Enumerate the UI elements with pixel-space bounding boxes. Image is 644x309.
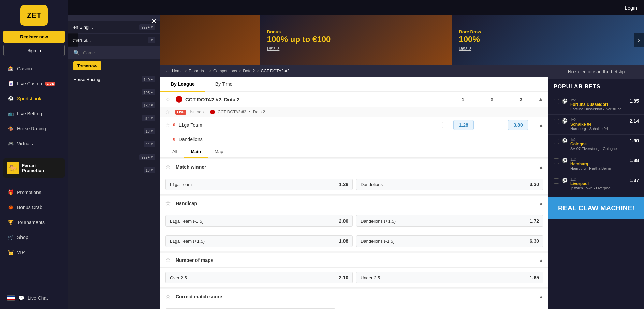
breadcrumb-competitions[interactable]: Competitions — [213, 69, 237, 73]
banner-details-2[interactable]: Details — [267, 46, 331, 51]
chat-icon[interactable] — [442, 122, 448, 128]
sidebar-item-live-casino[interactable]: 🃏 Live Casino LIVE — [0, 76, 68, 91]
collapse-icon-0[interactable]: ▲ — [539, 164, 543, 170]
star-icon-market-2[interactable]: ☆ — [165, 257, 170, 263]
bet-label-team1-0: L1ga Team — [170, 182, 192, 187]
star-icon-market-1[interactable]: ☆ — [165, 200, 170, 207]
star-icon-team1[interactable]: ☆ — [165, 122, 170, 128]
star-icon-market-0[interactable]: ☆ — [165, 164, 170, 170]
sub-tab-bar: All Main Map — [160, 145, 548, 158]
star-icon-market[interactable]: ☆ — [165, 96, 170, 103]
bet-team-2[interactable]: Cologne — [570, 142, 627, 146]
bet-match-4: Ipswich Town - Liverpool — [570, 186, 627, 190]
bet-team-4[interactable]: Liverpool — [570, 181, 627, 186]
left-panel-item-2[interactable]: 182 ▾ — [68, 99, 160, 112]
chevron-icon-4: ▾ — [151, 129, 153, 134]
sidebar-label-live-chat: Live Chat — [28, 295, 48, 301]
sidebar-item-live-betting[interactable]: 📺 Live Betting — [0, 106, 68, 121]
left-panel-item-0[interactable]: Horse Racing 140 ▾ — [68, 73, 160, 86]
breadcrumb-dota2[interactable]: Dota 2 — [243, 69, 255, 73]
bet-item-team2-0[interactable]: Dandelions 3.30 — [356, 179, 543, 190]
bet-item-maps-1[interactable]: Over 2.5 2.10 — [165, 272, 353, 283]
bet-team-0[interactable]: Fortuna Düsseldorf — [570, 102, 627, 107]
bet-item-handicap-team1-1[interactable]: L1ga Team (+1.5) 1.08 — [165, 235, 353, 247]
tab-by-league[interactable]: By League — [160, 77, 205, 92]
col-header-x: X — [480, 97, 504, 102]
virtuals-icon: 🎮 — [8, 141, 14, 146]
collapse-icon-2[interactable]: ▲ — [539, 257, 543, 263]
bet-odd-4: 1.37 — [630, 178, 639, 183]
bet-odd-0: 1.85 — [630, 98, 639, 104]
banner-details-3[interactable]: Details — [459, 46, 481, 51]
count-badge-6: 999+ ▾ — [139, 154, 155, 160]
collapse-icon-3[interactable]: ▲ — [539, 294, 543, 299]
collapse-icon[interactable]: ▲ — [538, 96, 543, 102]
bet-market-header-0[interactable]: ☆ Match winner ▲ — [160, 159, 548, 174]
chevron-up-icon[interactable]: ▲ — [539, 122, 543, 128]
top-bar: Login — [68, 0, 644, 15]
login-button[interactable]: Login — [625, 5, 637, 11]
bet-checkbox-3[interactable] — [554, 158, 559, 164]
star-icon-market-3[interactable]: ☆ — [165, 293, 170, 300]
sidebar-item-shop[interactable]: 🛒 Shop — [0, 230, 68, 245]
banner-prev-button[interactable]: ‹ — [68, 33, 78, 47]
ferrari-promo[interactable]: 🐎 FerrariPromotion — [3, 158, 65, 178]
tournaments-icon: 🏆 — [8, 220, 14, 225]
bet-team-1[interactable]: Schalke 04 — [570, 122, 627, 127]
bet-odd-3: 1.88 — [630, 158, 639, 163]
left-panel-item-6[interactable]: 999+ ▾ — [68, 151, 160, 164]
bet-odds-handicap-t1-0: 2.00 — [339, 218, 348, 224]
banner-next-button[interactable]: › — [634, 33, 644, 47]
sidebar-item-casino[interactable]: 🎰 Casino — [0, 61, 68, 76]
sidebar-item-bonus-crab[interactable]: 🦀 Bonus Crab — [0, 200, 68, 215]
live-chat-icon: 💬 — [18, 295, 24, 301]
sidebar-item-live-chat[interactable]: 💬 Live Chat — [0, 291, 68, 306]
bet-item-team1-0[interactable]: L1ga Team 1.28 — [165, 179, 353, 190]
sub-tab-main[interactable]: Main — [184, 145, 208, 158]
sidebar-item-vip[interactable]: 👑 VIP — [0, 245, 68, 260]
left-panel-item-5[interactable]: 44 ▾ — [68, 138, 160, 151]
team1-odds-btn[interactable]: 1.28 — [453, 120, 474, 130]
sub-tab-all[interactable]: All — [165, 145, 184, 158]
bet-checkbox-4[interactable] — [554, 178, 559, 184]
bet-info-3: 1x2 Hamburg Hamburg - Hertha Berlin — [570, 158, 627, 170]
sidebar-item-virtuals[interactable]: 🎮 Virtuals — [0, 136, 68, 151]
back-button[interactable]: ← — [165, 68, 170, 74]
collapse-icon-1[interactable]: ▲ — [539, 201, 543, 206]
bet-checkbox-0[interactable] — [554, 99, 559, 104]
bet-market-header-3[interactable]: ☆ Correct match score ▲ — [160, 289, 548, 304]
left-panel-item-1[interactable]: 195 ▾ — [68, 86, 160, 99]
left-panel-item-7[interactable]: 18 ▾ — [68, 164, 160, 177]
banner-slide-3: Bore Draw 100% Details — [452, 15, 644, 65]
bet-item-handicap-team2-0[interactable]: Dandelions (+1.5) 1.72 — [356, 215, 543, 227]
breadcrumb-esports[interactable]: E-sports + — [189, 69, 207, 73]
sub-tab-map[interactable]: Map — [208, 145, 230, 158]
sidebar-item-sportsbook[interactable]: ⚽ Sportsbook — [0, 91, 68, 106]
sidebar-item-horse-racing[interactable]: 🏇 Horse Racing — [0, 121, 68, 136]
bet-item-handicap-team2-1[interactable]: Dandelions (-1.5) 6.30 — [356, 235, 543, 247]
sidebar-item-tournaments[interactable]: 🏆 Tournaments — [0, 215, 68, 230]
star-icon-match[interactable]: ☆ — [165, 109, 170, 115]
register-button[interactable]: Register now — [3, 31, 65, 43]
bet-item-maps-2[interactable]: Under 2.5 1.65 — [356, 272, 543, 283]
bet-item-handicap-team1-0[interactable]: L1ga Team (-1.5) 2.00 — [165, 215, 353, 227]
tomorrow-button[interactable]: Tomorrow — [73, 65, 101, 70]
bet-checkbox-1[interactable] — [554, 119, 559, 124]
bet-row-0-0: L1ga Team 1.28 Dandelions 3.30 — [160, 174, 548, 195]
signin-button[interactable]: Sign in — [3, 45, 65, 56]
bet-checkbox-2[interactable] — [554, 139, 559, 144]
bet-market-header-2[interactable]: ☆ Number of maps ▲ — [160, 253, 548, 268]
team1-odds2-btn[interactable]: 3.80 — [508, 120, 528, 130]
left-panel-item-3[interactable]: 314 ▾ — [68, 112, 160, 125]
claw-machine-banner[interactable]: REAL CLAW MACHINE! — [548, 197, 644, 219]
sidebar-item-promotions[interactable]: 🎁 Promotions — [0, 185, 68, 200]
left-panel-item-4[interactable]: 18 ▾ — [68, 125, 160, 138]
bet-odds-handicap-t1-1: 1.08 — [339, 238, 348, 244]
bet-market-header-1[interactable]: ☆ Handicap ▲ — [160, 196, 548, 211]
bet-team-3[interactable]: Hamburg — [570, 161, 627, 166]
bet-label-maps-1: Over 2.5 — [170, 275, 187, 280]
logo-box[interactable]: ZET — [20, 5, 48, 26]
tab-by-time[interactable]: By Time — [205, 77, 243, 92]
bet-market-handicap: ☆ Handicap ▲ L1ga Team (-1.5) 2.00 Dande… — [160, 196, 548, 251]
breadcrumb-home[interactable]: Home — [172, 69, 183, 73]
